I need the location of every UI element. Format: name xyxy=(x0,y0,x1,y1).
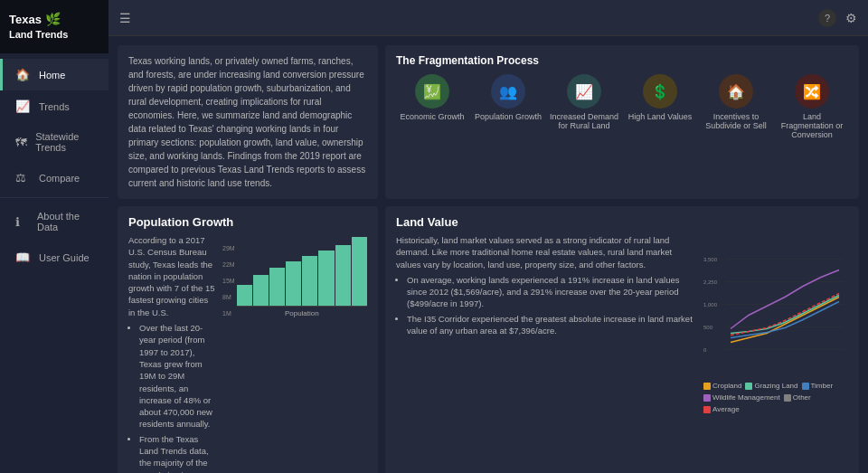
legend-average: Average xyxy=(703,405,740,413)
nav-divider xyxy=(0,197,108,198)
legend-cropland-dot xyxy=(703,383,711,390)
frag-conversion-label: Land Fragmentation or Conversion xyxy=(776,112,848,139)
nav-about-label: About the Data xyxy=(37,211,96,232)
land-value-chart: 3,500 2,250 1,000 500 0 xyxy=(703,234,848,378)
population-text: According to a 2017 U.S. Census Bureau s… xyxy=(128,234,215,473)
frag-land-values: 💲 High Land Values xyxy=(624,74,696,121)
main-content: ☰ ? ⚙ Texas working lands, or privately … xyxy=(108,0,868,473)
land-value-svg: 3,500 2,250 1,000 500 0 xyxy=(703,234,848,378)
pop-y1: 8M xyxy=(222,294,235,300)
frag-population-label: Population Growth xyxy=(475,112,542,121)
topbar-left: ☰ xyxy=(119,11,131,25)
land-value-legend: Cropland Grazing Land Timber Wildli xyxy=(703,382,848,413)
land-value-bullet-0: On average, working lands experienced a … xyxy=(407,274,696,310)
trends-icon: 📈 xyxy=(15,99,32,113)
land-value-panel: Land Value Historically, land market val… xyxy=(385,206,859,473)
legend-other-label: Other xyxy=(793,393,811,402)
topbar: ☰ ? ⚙ xyxy=(108,0,868,36)
compare-icon: ⚖ xyxy=(15,171,32,184)
pop-bar xyxy=(253,275,269,306)
logo-area: Texas 🌿 Land Trends xyxy=(0,0,108,53)
about-icon: ℹ xyxy=(15,215,30,229)
legend-other: Other xyxy=(784,393,811,402)
population-bullet-0: Over the last 20-year period (from 1997 … xyxy=(139,322,215,430)
pop-y2: 15M xyxy=(222,278,235,284)
svg-text:2,250: 2,250 xyxy=(703,279,718,285)
frag-conversion: 🔀 Land Fragmentation or Conversion xyxy=(776,74,848,139)
nav-trends-label: Trends xyxy=(39,101,70,112)
frag-land-values-label: High Land Values xyxy=(628,112,692,121)
legend-average-label: Average xyxy=(712,405,740,413)
population-body: According to a 2017 U.S. Census Bureau s… xyxy=(128,234,367,473)
population-panel: Population Growth According to a 2017 U.… xyxy=(118,206,378,473)
population-bullet-1: From the Texas Land Trends data, the maj… xyxy=(139,433,215,473)
nav-guide-label: User Guide xyxy=(39,252,90,263)
nav-about[interactable]: ℹ About the Data xyxy=(0,202,108,241)
population-intro: According to a 2017 U.S. Census Bureau s… xyxy=(128,234,215,318)
frag-demand: 📈 Increased Demand for Rural Land xyxy=(548,74,620,130)
pop-bar xyxy=(286,261,301,306)
land-value-text: Historically, land market values served … xyxy=(396,234,696,378)
svg-text:500: 500 xyxy=(703,325,713,330)
help-icon[interactable]: ? xyxy=(818,9,836,27)
fragmentation-icons: 💹 Economic Growth 👥 Population Growth 📈 … xyxy=(396,74,848,139)
intro-banner: Texas working lands, or privately owned … xyxy=(118,45,378,199)
pop-bar xyxy=(318,251,334,306)
population-bullets: Over the last 20-year period (from 1997 … xyxy=(139,322,215,473)
pop-bar xyxy=(269,268,285,306)
topbar-right: ? ⚙ xyxy=(818,9,857,27)
nav-compare-label: Compare xyxy=(39,173,80,184)
population-chart: 29M 22M 15M 8M 1M Population xyxy=(222,234,367,473)
nav-compare[interactable]: ⚖ Compare xyxy=(0,162,108,194)
incentives-icon: 🏠 xyxy=(719,74,753,109)
frag-population: 👥 Population Growth xyxy=(472,74,544,121)
settings-icon[interactable]: ⚙ xyxy=(845,11,857,25)
statewide-icon: 🗺 xyxy=(15,136,28,149)
legend-cropland: Cropland xyxy=(703,382,741,390)
nav-statewide-label: Statewide Trends xyxy=(35,131,96,153)
nav-home[interactable]: 🏠 Home xyxy=(0,59,108,90)
demand-icon: 📈 xyxy=(567,74,601,109)
population-icon: 👥 xyxy=(491,74,525,109)
land-value-bullets: On average, working lands experienced a … xyxy=(407,274,696,336)
home-icon: 🏠 xyxy=(15,68,32,81)
population-title: Population Growth xyxy=(128,215,367,229)
nav-statewide[interactable]: 🗺 Statewide Trends xyxy=(0,122,108,162)
frag-incentives: 🏠 Incentives to Subdivide or Sell xyxy=(700,74,772,130)
fragmentation-panel: The Fragmentation Process 💹 Economic Gro… xyxy=(385,45,859,199)
population-bars-area: Population xyxy=(237,234,367,317)
pop-chart-label: Population xyxy=(237,309,367,317)
fragmentation-title: The Fragmentation Process xyxy=(396,54,848,67)
frag-economic-label: Economic Growth xyxy=(400,112,464,121)
nav-trends[interactable]: 📈 Trends xyxy=(0,90,108,122)
content-grid: Texas working lands, or privately owned … xyxy=(108,36,868,473)
pop-bar xyxy=(302,256,317,306)
pop-y4: 29M xyxy=(222,245,235,251)
land-value-body: Historically, land market values served … xyxy=(396,234,848,378)
economic-icon: 💹 xyxy=(415,74,449,109)
pop-bar-chart xyxy=(237,234,367,307)
legend-wildlife: Wildlife Management xyxy=(703,393,780,402)
nav-guide[interactable]: 📖 User Guide xyxy=(0,241,108,273)
legend-grazing: Grazing Land xyxy=(745,382,797,390)
svg-text:1,000: 1,000 xyxy=(703,302,718,307)
land-values-icon: 💲 xyxy=(643,74,677,109)
nav-home-label: Home xyxy=(39,70,65,80)
logo-text: Texas 🌿 Land Trends xyxy=(9,12,68,41)
pop-bar xyxy=(352,237,367,306)
legend-other-dot xyxy=(784,394,791,402)
pop-y3: 22M xyxy=(222,261,235,268)
legend-average-dot xyxy=(703,406,711,413)
hamburger-icon[interactable]: ☰ xyxy=(119,11,131,25)
logo-line1: Texas xyxy=(9,13,42,26)
legend-timber-label: Timber xyxy=(811,382,834,390)
legend-cropland-label: Cropland xyxy=(712,382,741,390)
pop-bar xyxy=(237,285,252,306)
svg-text:3,500: 3,500 xyxy=(703,257,718,262)
land-value-title: Land Value xyxy=(396,215,848,229)
guide-icon: 📖 xyxy=(15,251,32,264)
conversion-icon: 🔀 xyxy=(795,74,829,109)
legend-grazing-dot xyxy=(745,383,752,390)
legend-grazing-label: Grazing Land xyxy=(754,382,797,390)
logo-line2: Land Trends xyxy=(9,29,68,40)
